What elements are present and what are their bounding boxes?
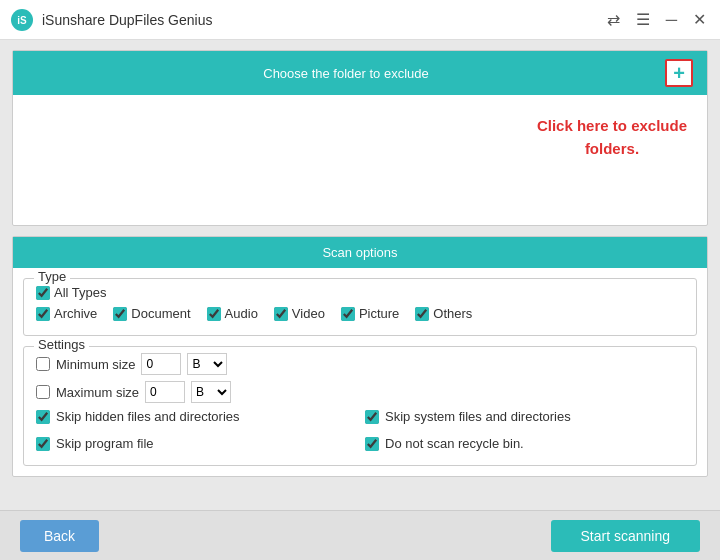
picture-checkbox[interactable] <box>341 307 355 321</box>
picture-label: Picture <box>359 306 399 321</box>
type-group: Type All Types Archive Document <box>23 278 697 336</box>
folder-section-title: Choose the folder to exclude <box>27 66 665 81</box>
picture-item[interactable]: Picture <box>341 306 399 321</box>
skip-system-item[interactable]: Skip system files and directories <box>365 409 684 424</box>
start-scanning-button[interactable]: Start scanning <box>551 520 701 552</box>
min-size-unit[interactable]: B KB MB <box>187 353 227 375</box>
archive-label: Archive <box>54 306 97 321</box>
bottom-bar: Back Start scanning <box>0 510 720 560</box>
add-folder-button[interactable]: + <box>665 59 693 87</box>
main-content: Choose the folder to exclude + Click her… <box>0 40 720 510</box>
svg-text:iS: iS <box>17 15 27 26</box>
all-types-checkbox[interactable] <box>36 286 50 300</box>
min-size-input[interactable] <box>141 353 181 375</box>
settings-col-left: Skip hidden files and directories Skip p… <box>36 409 355 457</box>
tooltip-text: Click here to excludefolders. <box>537 115 687 160</box>
close-icon[interactable]: ✕ <box>689 8 710 31</box>
skip-hidden-label: Skip hidden files and directories <box>56 409 240 424</box>
skip-hidden-item[interactable]: Skip hidden files and directories <box>36 409 355 424</box>
others-checkbox[interactable] <box>415 307 429 321</box>
share-icon[interactable]: ⇄ <box>603 8 624 31</box>
min-size-checkbox[interactable] <box>36 357 50 371</box>
folder-area: Click here to excludefolders. <box>13 95 707 225</box>
type-row-2: Archive Document Audio Video Picture <box>36 306 684 321</box>
settings-group: Settings Minimum size B KB MB Maximum si… <box>23 346 697 466</box>
all-types-label: All Types <box>54 285 107 300</box>
video-checkbox[interactable] <box>274 307 288 321</box>
type-row-1: All Types <box>36 285 684 300</box>
window-controls: ⇄ ☰ ─ ✕ <box>603 8 710 31</box>
video-item[interactable]: Video <box>274 306 325 321</box>
scan-options-title: Scan options <box>27 245 693 260</box>
skip-system-label: Skip system files and directories <box>385 409 571 424</box>
max-size-label: Maximum size <box>56 385 139 400</box>
app-logo: iS <box>10 8 34 32</box>
audio-item[interactable]: Audio <box>207 306 258 321</box>
skip-program-checkbox[interactable] <box>36 437 50 451</box>
folder-section-header: Choose the folder to exclude + <box>13 51 707 95</box>
folder-exclude-section: Choose the folder to exclude + Click her… <box>12 50 708 226</box>
skip-program-item[interactable]: Skip program file <box>36 436 355 451</box>
document-item[interactable]: Document <box>113 306 190 321</box>
max-size-row: Maximum size B KB MB <box>36 381 684 403</box>
others-item[interactable]: Others <box>415 306 472 321</box>
skip-hidden-checkbox[interactable] <box>36 410 50 424</box>
title-bar: iS iSunshare DupFiles Genius ⇄ ☰ ─ ✕ <box>0 0 720 40</box>
back-button[interactable]: Back <box>20 520 99 552</box>
no-recycle-checkbox[interactable] <box>365 437 379 451</box>
settings-col-right: Skip system files and directories Do not… <box>365 409 684 457</box>
min-size-row: Minimum size B KB MB <box>36 353 684 375</box>
all-types-item[interactable]: All Types <box>36 285 107 300</box>
audio-checkbox[interactable] <box>207 307 221 321</box>
no-recycle-label: Do not scan recycle bin. <box>385 436 524 451</box>
max-size-checkbox[interactable] <box>36 385 50 399</box>
others-label: Others <box>433 306 472 321</box>
scan-options-header: Scan options <box>13 237 707 268</box>
minimize-icon[interactable]: ─ <box>662 9 681 31</box>
archive-item[interactable]: Archive <box>36 306 97 321</box>
app-title: iSunshare DupFiles Genius <box>42 12 603 28</box>
skip-system-checkbox[interactable] <box>365 410 379 424</box>
document-checkbox[interactable] <box>113 307 127 321</box>
min-size-label: Minimum size <box>56 357 135 372</box>
audio-label: Audio <box>225 306 258 321</box>
no-recycle-item[interactable]: Do not scan recycle bin. <box>365 436 684 451</box>
type-group-title: Type <box>34 269 70 284</box>
menu-icon[interactable]: ☰ <box>632 8 654 31</box>
document-label: Document <box>131 306 190 321</box>
archive-checkbox[interactable] <box>36 307 50 321</box>
video-label: Video <box>292 306 325 321</box>
settings-group-title: Settings <box>34 337 89 352</box>
scan-options-section: Scan options Type All Types Archive Docu… <box>12 236 708 477</box>
max-size-unit[interactable]: B KB MB <box>191 381 231 403</box>
max-size-input[interactable] <box>145 381 185 403</box>
settings-checkboxes: Skip hidden files and directories Skip p… <box>36 409 684 457</box>
skip-program-label: Skip program file <box>56 436 154 451</box>
